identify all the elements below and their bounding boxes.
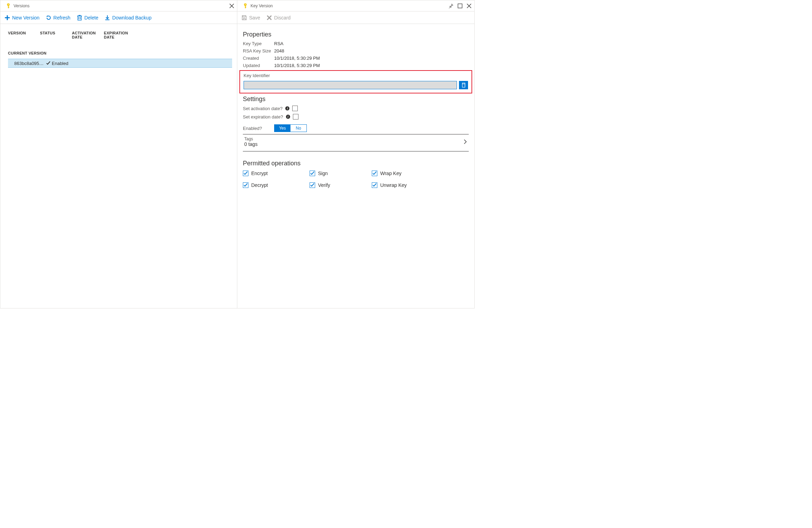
- right-blade-title: Key Version: [251, 3, 273, 8]
- key-type-value: RSA: [274, 41, 284, 46]
- unwrap-checkbox[interactable]: [372, 182, 377, 188]
- svg-point-1: [8, 4, 9, 5]
- expiration-date-checkbox[interactable]: [293, 114, 298, 119]
- key-identifier-highlight: Key Identifier: [239, 70, 472, 93]
- close-left-button[interactable]: [229, 3, 235, 9]
- created-label: Created: [243, 56, 274, 61]
- created-value: 10/1/2018, 5:30:29 PM: [274, 56, 320, 61]
- key-identifier-label: Key Identifier: [244, 73, 468, 78]
- svg-rect-4: [8, 7, 9, 8]
- maximize-button[interactable]: [457, 3, 463, 9]
- svg-rect-10: [245, 7, 246, 8]
- sign-checkbox[interactable]: [310, 171, 315, 176]
- enabled-toggle[interactable]: Yes No: [274, 124, 307, 132]
- encrypt-checkbox[interactable]: [243, 171, 248, 176]
- close-right-button[interactable]: [466, 3, 472, 9]
- expiration-date-label: Set expiration date?: [243, 114, 283, 119]
- refresh-icon: [46, 15, 51, 20]
- pin-icon: [449, 3, 453, 8]
- left-blade-header: Versions: [0, 0, 237, 11]
- activation-date-label: Set activation date?: [243, 106, 282, 111]
- wrap-label: Wrap Key: [380, 171, 401, 176]
- toggle-no[interactable]: No: [290, 125, 306, 132]
- info-icon[interactable]: i: [286, 115, 290, 119]
- svg-rect-12: [462, 84, 465, 88]
- download-backup-button[interactable]: Download Backup: [105, 15, 151, 20]
- wrap-checkbox[interactable]: [372, 171, 377, 176]
- discard-icon: [266, 15, 272, 20]
- version-id: 863bc8a095044a…: [14, 61, 46, 66]
- download-icon: [105, 15, 110, 20]
- unwrap-label: Unwrap Key: [380, 182, 407, 188]
- tags-count: 0 tags: [244, 141, 257, 147]
- info-icon[interactable]: i: [285, 106, 289, 110]
- col-version: VERSION: [8, 31, 40, 39]
- trash-icon: [77, 15, 82, 20]
- svg-rect-11: [458, 4, 462, 8]
- decrypt-label: Decrypt: [251, 182, 268, 188]
- enabled-label: Enabled?: [243, 126, 274, 131]
- discard-button[interactable]: Discard: [266, 15, 290, 20]
- svg-rect-5: [78, 16, 81, 20]
- svg-rect-3: [8, 7, 9, 7]
- version-status: Enabled: [52, 61, 68, 66]
- key-identifier-input[interactable]: [244, 81, 457, 89]
- key-type-label: Key Type: [243, 41, 274, 46]
- tags-row[interactable]: Tags 0 tags: [243, 134, 469, 149]
- new-version-button[interactable]: New Version: [5, 15, 40, 20]
- plus-icon: [5, 15, 10, 20]
- download-backup-label: Download Backup: [112, 15, 151, 20]
- verify-label: Verify: [318, 182, 330, 188]
- sign-label: Sign: [318, 171, 328, 176]
- encrypt-label: Encrypt: [251, 171, 268, 176]
- save-icon: [241, 15, 247, 20]
- updated-value: 10/1/2018, 5:30:29 PM: [274, 63, 320, 68]
- right-command-bar: Save Discard: [237, 11, 474, 24]
- settings-heading: Settings: [243, 96, 469, 103]
- save-button[interactable]: Save: [241, 15, 260, 20]
- key-icon: [5, 2, 11, 9]
- current-version-heading: CURRENT VERSION: [8, 51, 232, 55]
- svg-rect-9: [245, 7, 246, 7]
- discard-label: Discard: [274, 15, 290, 20]
- svg-point-7: [245, 4, 246, 5]
- decrypt-checkbox[interactable]: [243, 182, 248, 188]
- col-activation: ACTIVATION DATE: [72, 31, 104, 39]
- copy-button[interactable]: [459, 81, 468, 89]
- updated-label: Updated: [243, 63, 274, 68]
- key-icon: [242, 2, 248, 9]
- verify-checkbox[interactable]: [310, 182, 315, 188]
- tags-label: Tags: [244, 137, 257, 141]
- toggle-yes[interactable]: Yes: [274, 125, 290, 132]
- left-blade-title: Versions: [14, 3, 30, 8]
- delete-label: Delete: [84, 15, 98, 20]
- refresh-button[interactable]: Refresh: [46, 15, 71, 20]
- save-label: Save: [249, 15, 260, 20]
- close-icon: [229, 3, 234, 8]
- activation-date-checkbox[interactable]: [292, 106, 298, 111]
- col-status: STATUS: [40, 31, 72, 39]
- properties-heading: Properties: [243, 31, 469, 38]
- versions-columns: VERSION STATUS ACTIVATION DATE EXPIRATIO…: [8, 31, 232, 39]
- permitted-ops-heading: Permitted operations: [243, 160, 469, 167]
- close-icon: [467, 3, 471, 8]
- delete-button[interactable]: Delete: [77, 15, 98, 20]
- copy-icon: [461, 83, 466, 88]
- pin-button[interactable]: [448, 3, 454, 9]
- new-version-label: New Version: [12, 15, 40, 20]
- left-command-bar: New Version Refresh Delete Download Back…: [0, 11, 237, 24]
- check-icon: [46, 61, 50, 65]
- key-size-label: RSA Key Size: [243, 48, 274, 53]
- key-size-value: 2048: [274, 48, 284, 53]
- maximize-icon: [458, 3, 462, 8]
- chevron-right-icon: [463, 139, 467, 144]
- col-expiration: EXPIRATION DATE: [104, 31, 136, 39]
- version-row[interactable]: 863bc8a095044a… Enabled: [8, 59, 232, 68]
- refresh-label: Refresh: [54, 15, 71, 20]
- right-blade-header: Key Version: [237, 0, 474, 11]
